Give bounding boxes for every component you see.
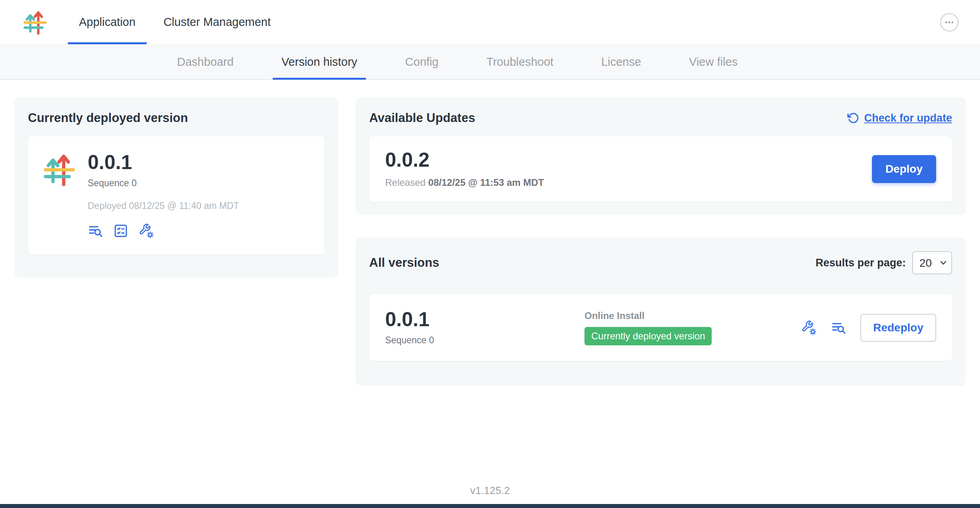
row-edit-config-button[interactable] — [801, 320, 817, 335]
top-nav-tabs: Application Cluster Management — [68, 0, 287, 44]
update-info: 0.0.2 Released 08/12/25 @ 11:53 am MDT — [385, 150, 544, 188]
results-per-page: Results per page: 20 — [815, 251, 952, 274]
released-date: 08/12/25 @ 11:53 am MDT — [428, 177, 544, 188]
update-version-number: 0.0.2 — [385, 150, 544, 170]
currently-deployed-card: Currently deployed version 0.0.1 Sequenc… — [14, 97, 338, 278]
right-column: Available Updates Check for update 0.0.2… — [356, 97, 966, 386]
view-logs-icon — [831, 320, 846, 335]
refresh-icon — [847, 112, 859, 124]
preflight-checks-button[interactable] — [113, 223, 128, 238]
subnav-item-dashboard[interactable]: Dashboard — [177, 45, 234, 79]
tab-cluster-management-label: Cluster Management — [163, 16, 271, 29]
more-menu-button[interactable] — [940, 13, 958, 32]
console-version: v1.125.2 — [0, 484, 980, 497]
install-type-label: Online Install — [584, 310, 712, 321]
released-prefix: Released — [385, 177, 425, 188]
app-version-icon — [42, 152, 77, 238]
subnav-item-config[interactable]: Config — [405, 45, 439, 79]
subnav-item-troubleshoot[interactable]: Troubleshoot — [486, 45, 553, 79]
row-sequence: Sequence 0 — [385, 335, 584, 346]
wrench-gear-icon — [801, 320, 817, 335]
subnav-label: License — [601, 55, 641, 69]
available-updates-card: Available Updates Check for update 0.0.2… — [356, 97, 966, 215]
deployed-status-badge: Currently deployed version — [584, 327, 712, 345]
deployed-card-title: Currently deployed version — [28, 111, 325, 125]
preflight-checks-icon — [113, 223, 128, 238]
deployed-timestamp: Deployed 08/12/25 @ 11:40 am MDT — [88, 201, 239, 211]
view-logs-button[interactable] — [88, 223, 103, 238]
subnav-label: Version history — [281, 55, 357, 69]
redeploy-button[interactable]: Redeploy — [860, 314, 936, 342]
row-version-number: 0.0.1 — [385, 309, 584, 329]
results-per-page-label: Results per page: — [815, 257, 906, 269]
subnav-label: Troubleshoot — [486, 55, 553, 69]
deployed-version-info: 0.0.1 Sequence 0 Deployed 08/12/25 @ 11:… — [88, 152, 239, 238]
top-navbar: Application Cluster Management — [0, 0, 980, 45]
tab-cluster-management[interactable]: Cluster Management — [152, 0, 282, 44]
all-versions-title: All versions — [369, 256, 439, 270]
subnav-item-license[interactable]: License — [601, 45, 641, 79]
update-released-line: Released 08/12/25 @ 11:53 am MDT — [385, 177, 544, 188]
main-content: Currently deployed version 0.0.1 Sequenc… — [0, 80, 980, 386]
row-view-logs-button[interactable] — [831, 320, 846, 335]
update-row: 0.0.2 Released 08/12/25 @ 11:53 am MDT D… — [369, 136, 952, 202]
deployed-version-panel: 0.0.1 Sequence 0 Deployed 08/12/25 @ 11:… — [28, 136, 325, 254]
all-versions-card: All versions Results per page: 20 — [356, 238, 966, 386]
ellipsis-icon — [944, 17, 955, 28]
results-per-page-select-wrap: 20 — [912, 251, 952, 274]
deployed-actions — [88, 223, 239, 238]
subnav-label: Dashboard — [177, 55, 234, 69]
results-per-page-select[interactable]: 20 — [912, 251, 952, 274]
tab-application[interactable]: Application — [68, 0, 147, 44]
app-subnav: Dashboard Version history Config Trouble… — [0, 45, 980, 80]
subnav-item-view-files[interactable]: View files — [689, 45, 738, 79]
deployed-version-number: 0.0.1 — [88, 152, 239, 172]
wrench-gear-icon — [139, 223, 154, 238]
available-updates-title: Available Updates — [369, 111, 475, 125]
subnav-item-version-history[interactable]: Version history — [281, 45, 357, 79]
version-row-actions: Redeploy — [801, 314, 936, 342]
check-for-update-label: Check for update — [864, 112, 952, 124]
deploy-button[interactable]: Deploy — [872, 155, 936, 183]
footer-bar — [0, 504, 980, 508]
edit-config-button[interactable] — [139, 223, 154, 238]
app-logo-icon — [22, 10, 48, 35]
deployed-sequence: Sequence 0 — [88, 178, 239, 189]
check-for-update-link[interactable]: Check for update — [847, 112, 952, 124]
version-row-info: 0.0.1 Sequence 0 — [385, 309, 584, 346]
view-logs-icon — [88, 223, 103, 238]
version-history-page: Application Cluster Management Dashboard… — [0, 0, 980, 508]
subnav-label: Config — [405, 55, 439, 69]
tab-application-label: Application — [79, 16, 136, 29]
subnav-label: View files — [689, 55, 738, 69]
version-row: 0.0.1 Sequence 0 Online Install Currentl… — [369, 294, 952, 361]
version-row-status: Online Install Currently deployed versio… — [584, 310, 712, 345]
